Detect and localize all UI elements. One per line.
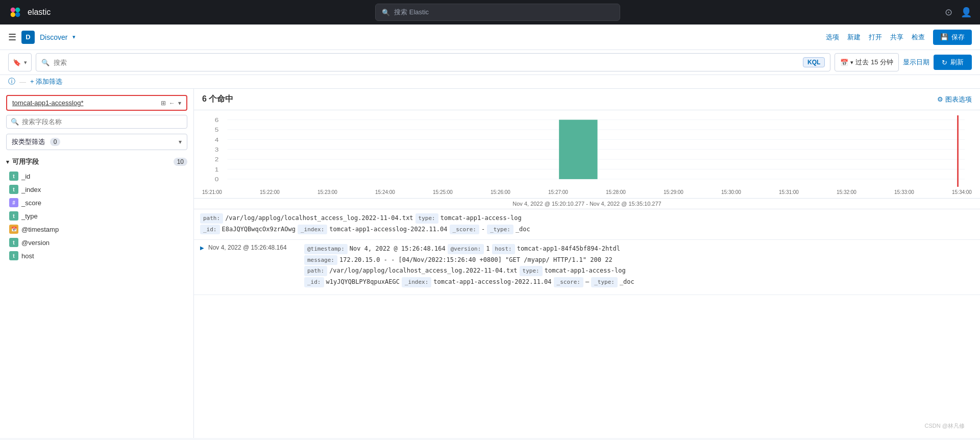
sidebar: tomcat-app1-accesslog* ⊞ ← ▾ 🔍 按类型筛选 0 ▾ xyxy=(0,89,194,438)
log-val-at-ts: Nov 4, 2022 @ 15:26:48.164 xyxy=(350,244,446,254)
time-label-5: 15:26:00 xyxy=(491,189,510,195)
log-timestamp-2: Nov 4, 2022 @ 15:26:48.164 xyxy=(208,244,300,251)
log-tag-type-key: type: xyxy=(415,213,438,224)
field-search[interactable]: 🔍 xyxy=(6,115,187,129)
log-tag-message: message: xyxy=(304,255,337,265)
save-label: 保存 xyxy=(951,33,965,42)
nav-secondary-right: 选项 新建 打开 共享 检查 💾 保存 xyxy=(826,30,972,45)
fields-count: 10 xyxy=(174,158,187,166)
field-type-badge-t: t xyxy=(9,172,18,181)
log-val-index2: tomcat-app1-accesslog-2022.11.04 xyxy=(433,277,551,287)
log-tag-at-ts: @timestamp: xyxy=(304,244,348,254)
chart-options-button[interactable]: ⚙ 图表选项 xyxy=(937,95,972,104)
discover-label: Discover xyxy=(40,33,67,41)
nav-left: elastic xyxy=(8,5,51,19)
field-name-version: @version xyxy=(21,239,50,247)
kql-toggle[interactable]: KQL xyxy=(803,57,825,67)
refresh-button[interactable]: ↻ 刷新 xyxy=(934,55,972,70)
log-row-message: message: 172.20.15.0 - - [04/Nov/2022:15… xyxy=(304,255,634,265)
save-button[interactable]: 💾 保存 xyxy=(933,30,972,45)
user-icon[interactable]: 👤 xyxy=(961,7,972,18)
secondary-navigation: ☰ D Discover ▾ 选项 新建 打开 共享 检查 💾 保存 xyxy=(0,25,980,50)
chart-svg: 6 5 4 3 2 1 0 xyxy=(202,115,972,187)
info-circle-icon[interactable]: ⓘ xyxy=(8,77,15,86)
chart-options-label: 图表选项 xyxy=(945,95,972,104)
field-type-badge-cal: 📅 xyxy=(9,225,18,234)
show-dates-button[interactable]: 显示日期 xyxy=(903,58,929,67)
field-name-score: _score xyxy=(21,199,41,207)
log-tag-score: _score: xyxy=(450,225,479,235)
field-item-id[interactable]: t _id xyxy=(6,169,187,183)
log-tag-index: _index: xyxy=(298,225,327,235)
log-val-id: E8aJQYQBwqcOx9zrAOwg xyxy=(222,225,296,234)
svg-text:4: 4 xyxy=(215,137,219,143)
time-picker[interactable]: 📅 ▾ 过去 15 分钟 xyxy=(835,53,899,71)
svg-point-3 xyxy=(15,12,20,17)
field-item-type[interactable]: t _type xyxy=(6,209,187,223)
new-button[interactable]: 新建 xyxy=(847,33,861,42)
chevron-down-icon-2[interactable]: ▾ xyxy=(24,59,27,66)
log-tag-score2: _score: xyxy=(554,277,583,287)
field-item-timestamp[interactable]: 📅 @timestamp xyxy=(6,223,187,236)
time-label-3: 15:24:00 xyxy=(375,189,395,195)
open-button[interactable]: 打开 xyxy=(869,33,882,42)
log-tag-at-ver: @version: xyxy=(448,244,484,254)
field-item-index[interactable]: t _index xyxy=(6,183,187,196)
chevron-down-icon-4[interactable]: ▾ xyxy=(178,100,181,107)
inspect-button[interactable]: 检查 xyxy=(912,33,925,42)
filter-by-type[interactable]: 按类型筛选 0 ▾ xyxy=(6,134,187,150)
help-icon[interactable]: ⊙ xyxy=(945,7,952,18)
options-button[interactable]: 选项 xyxy=(826,33,839,42)
svg-point-2 xyxy=(11,12,15,17)
filter-type-label: 按类型筛选 xyxy=(12,138,45,145)
bookmark-icon: 🔖 xyxy=(13,59,21,66)
log-val-message: 172.20.15.0 - - [04/Nov/2022:15:26:40 +0… xyxy=(339,255,612,265)
chart-subtitle: Nov 4, 2022 @ 15:20:10.277 - Nov 4, 2022… xyxy=(194,199,980,209)
chevron-down-icon-3: ▾ xyxy=(850,59,853,66)
search-field-container[interactable]: 🔍 KQL xyxy=(36,53,830,71)
log-val-at-ver: 1 xyxy=(486,244,489,254)
field-item-host[interactable]: t host xyxy=(6,249,187,262)
log-entry-2-content: @timestamp: Nov 4, 2022 @ 15:26:48.164 @… xyxy=(304,244,634,288)
search-field-input[interactable] xyxy=(54,59,799,66)
nav-center: 🔍 搜索 Elastic xyxy=(51,4,945,21)
field-name-id: _id xyxy=(21,173,30,180)
time-label-7: 15:28:00 xyxy=(606,189,626,195)
log-entry-2: ▶ Nov 4, 2022 @ 15:26:48.164 @timestamp:… xyxy=(194,240,980,295)
chevron-down-icon[interactable]: ▾ xyxy=(72,34,76,40)
field-search-icon: 🔍 xyxy=(11,118,19,126)
svg-text:3: 3 xyxy=(215,146,219,153)
fields-title: ▾ 可用字段 xyxy=(6,157,39,166)
global-search-bar[interactable]: 🔍 搜索 Elastic xyxy=(375,4,620,21)
menu-icon[interactable]: ☰ xyxy=(8,32,16,43)
field-name-timestamp: @timestamp xyxy=(21,226,59,233)
expand-button-2[interactable]: ▶ xyxy=(200,245,204,251)
calendar-icon: 📅 xyxy=(840,59,848,66)
log-val-score: - xyxy=(481,225,485,234)
chart-area: 6 5 4 3 2 1 0 xyxy=(194,110,980,199)
watermark: CSDN @林凡修 xyxy=(925,422,965,430)
field-search-input[interactable] xyxy=(22,118,183,126)
search-placeholder: 搜索 Elastic xyxy=(394,8,429,17)
log-val-type: tomcat-app1-access-log xyxy=(440,213,522,223)
time-label-2: 15:23:00 xyxy=(317,189,337,195)
log-val-path2: /var/log/applog/localhost_access_log.202… xyxy=(329,266,517,276)
fields-header: ▾ 可用字段 10 xyxy=(6,157,187,166)
log-tag-host: host: xyxy=(492,244,515,254)
field-name-host: host xyxy=(21,252,34,260)
add-filter-link[interactable]: + 添加筛选 xyxy=(30,77,62,86)
log-row-meta-1: _id: E8aJQYQBwqcOx9zrAOwg _index: tomcat… xyxy=(200,225,974,235)
search-input-container[interactable]: 🔖 ▾ xyxy=(8,53,32,71)
search-icon: 🔍 xyxy=(382,9,390,16)
field-item-version[interactable]: t @version xyxy=(6,236,187,249)
chevron-down-icon-6[interactable]: ▾ xyxy=(6,159,9,165)
app-name: elastic xyxy=(28,8,51,17)
log-row-path2: path: /var/log/applog/localhost_access_l… xyxy=(304,266,634,276)
log-tag-type3: type: xyxy=(520,266,543,276)
field-item-score[interactable]: # _score xyxy=(6,196,187,209)
field-name-type: _type xyxy=(21,212,38,220)
time-label-11: 15:32:00 xyxy=(837,189,856,195)
svg-text:1: 1 xyxy=(215,166,219,173)
share-button[interactable]: 共享 xyxy=(890,33,903,42)
index-selector[interactable]: tomcat-app1-accesslog* ⊞ ← ▾ xyxy=(6,95,187,111)
